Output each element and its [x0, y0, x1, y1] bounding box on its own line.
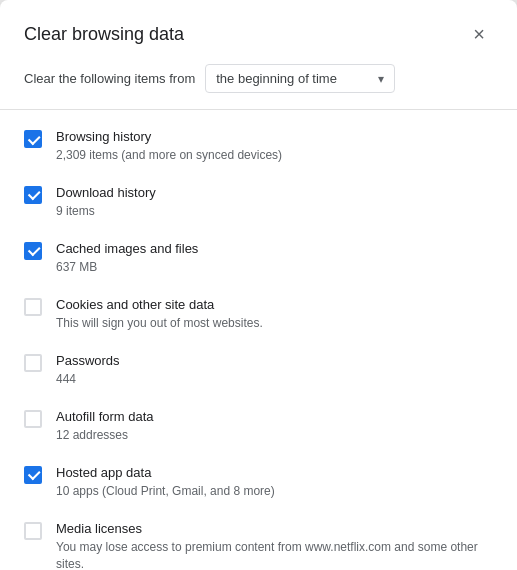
list-item: Autofill form data12 addresses: [24, 398, 493, 454]
item-content: Cookies and other site dataThis will sig…: [56, 296, 493, 332]
item-title: Media licenses: [56, 520, 493, 538]
checkbox-media-licenses[interactable]: [24, 522, 42, 540]
time-range-label: Clear the following items from: [24, 71, 195, 86]
item-content: Hosted app data10 apps (Cloud Print, Gma…: [56, 464, 493, 500]
item-description: This will sign you out of most websites.: [56, 315, 493, 332]
checkbox-cookies[interactable]: [24, 298, 42, 316]
checkbox-wrap: [24, 354, 42, 372]
item-description: 444: [56, 371, 493, 388]
time-range-value: the beginning of time: [216, 71, 370, 86]
time-range-row: Clear the following items from the begin…: [0, 60, 517, 109]
checkbox-wrap: [24, 186, 42, 204]
dialog-header: Clear browsing data ×: [0, 0, 517, 60]
list-item: Download history9 items: [24, 174, 493, 230]
checkbox-wrap: [24, 130, 42, 148]
item-content: Media licensesYou may lose access to pre…: [56, 520, 493, 570]
time-range-select[interactable]: the beginning of time ▾: [205, 64, 395, 93]
checkbox-wrap: [24, 466, 42, 484]
item-content: Passwords444: [56, 352, 493, 388]
checkbox-wrap: [24, 298, 42, 316]
close-button[interactable]: ×: [465, 20, 493, 48]
checkbox-hosted-app-data[interactable]: [24, 466, 42, 484]
item-description: 12 addresses: [56, 427, 493, 444]
checkbox-wrap: [24, 410, 42, 428]
item-title: Cookies and other site data: [56, 296, 493, 314]
item-title: Passwords: [56, 352, 493, 370]
checkbox-wrap: [24, 522, 42, 540]
checkbox-passwords[interactable]: [24, 354, 42, 372]
chevron-down-icon: ▾: [378, 72, 384, 86]
item-description: 9 items: [56, 203, 493, 220]
list-item: Browsing history2,309 items (and more on…: [24, 118, 493, 174]
checkbox-download-history[interactable]: [24, 186, 42, 204]
checkbox-autofill[interactable]: [24, 410, 42, 428]
item-description: 2,309 items (and more on synced devices): [56, 147, 493, 164]
item-description: You may lose access to premium content f…: [56, 539, 493, 570]
list-item: Media licensesYou may lose access to pre…: [24, 510, 493, 570]
item-content: Download history9 items: [56, 184, 493, 220]
checkbox-cached-images[interactable]: [24, 242, 42, 260]
item-title: Cached images and files: [56, 240, 493, 258]
checkbox-wrap: [24, 242, 42, 260]
dialog-title: Clear browsing data: [24, 24, 184, 45]
checkbox-browsing-history[interactable]: [24, 130, 42, 148]
list-item: Cookies and other site dataThis will sig…: [24, 286, 493, 342]
item-content: Cached images and files637 MB: [56, 240, 493, 276]
clear-browsing-data-dialog: Clear browsing data × Clear the followin…: [0, 0, 517, 570]
item-content: Browsing history2,309 items (and more on…: [56, 128, 493, 164]
item-title: Hosted app data: [56, 464, 493, 482]
items-list: Browsing history2,309 items (and more on…: [0, 114, 517, 570]
item-description: 637 MB: [56, 259, 493, 276]
divider: [0, 109, 517, 110]
list-item: Hosted app data10 apps (Cloud Print, Gma…: [24, 454, 493, 510]
list-item: Passwords444: [24, 342, 493, 398]
item-title: Download history: [56, 184, 493, 202]
item-description: 10 apps (Cloud Print, Gmail, and 8 more): [56, 483, 493, 500]
item-title: Browsing history: [56, 128, 493, 146]
item-content: Autofill form data12 addresses: [56, 408, 493, 444]
item-title: Autofill form data: [56, 408, 493, 426]
list-item: Cached images and files637 MB: [24, 230, 493, 286]
